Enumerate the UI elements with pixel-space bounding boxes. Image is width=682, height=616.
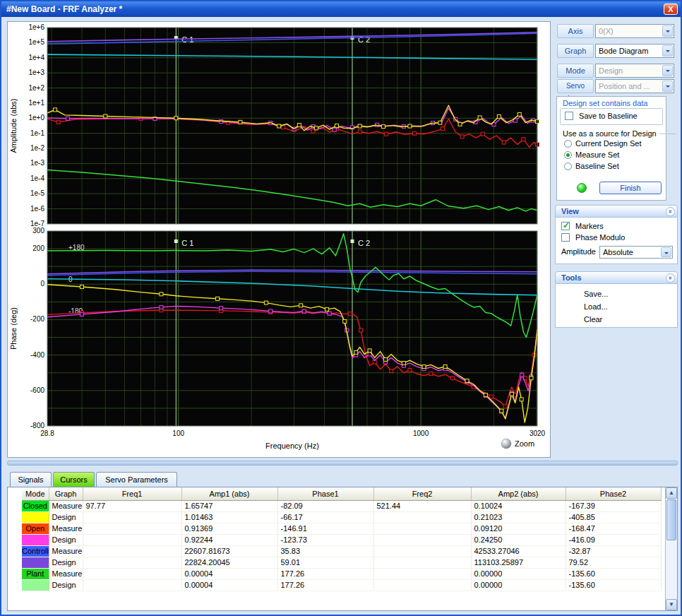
cell-graph: Measure bbox=[49, 500, 83, 511]
cell-freq2 bbox=[373, 545, 471, 557]
column-header-freq1[interactable]: Freq1 bbox=[83, 487, 181, 500]
cell-mode: Closed bbox=[22, 500, 49, 511]
scroll-down-button[interactable]: ▼ bbox=[666, 599, 677, 610]
series-marker bbox=[264, 301, 268, 304]
cell-graph: Design bbox=[49, 557, 83, 568]
table-row[interactable]: PlantMeasure0.00004177.260.00000-135.60 bbox=[22, 568, 661, 579]
radio-baseline-set[interactable]: Baseline Set bbox=[564, 162, 642, 173]
tool-clear-button[interactable]: Clear bbox=[556, 313, 677, 326]
series-marker bbox=[489, 395, 493, 398]
column-header-phase1[interactable]: Phase1 bbox=[277, 487, 373, 500]
mode-combo-value: Design bbox=[599, 66, 623, 75]
graph-combo[interactable]: Bode Diagram bbox=[595, 44, 674, 58]
series-marker bbox=[481, 132, 484, 136]
save-to-baseline-checkbox[interactable] bbox=[565, 112, 573, 120]
tool-load-button[interactable]: Load... bbox=[556, 300, 677, 313]
cell-phase2: -32.87 bbox=[566, 545, 661, 557]
radio-current-design-set[interactable]: Current Design Set bbox=[564, 139, 642, 150]
finish-button[interactable]: Finish bbox=[599, 182, 662, 194]
table-row[interactable]: ClosedMeasure97.771.65747-82.09521.440.1… bbox=[22, 500, 661, 511]
series-marker bbox=[328, 312, 331, 315]
cell-amp1: 0.92244 bbox=[181, 534, 277, 545]
table-row[interactable]: Design1.01463-66.170.21023-405.85 bbox=[22, 511, 661, 523]
chevron-down-icon[interactable] bbox=[662, 65, 673, 76]
table-row[interactable]: Design0.00004177.260.00000-135.60 bbox=[22, 579, 661, 591]
zoom-control[interactable] bbox=[501, 439, 511, 449]
markers-row[interactable]: Markers bbox=[561, 222, 604, 230]
column-header-mode[interactable]: Mode bbox=[22, 487, 49, 500]
vertical-scrollbar[interactable]: ▲ ▼ bbox=[665, 487, 677, 610]
phase-axis-label: Phase (deg) bbox=[9, 307, 18, 350]
collapse-chevron-icon[interactable]: « bbox=[666, 207, 675, 216]
tab-signals[interactable]: Signals bbox=[10, 472, 52, 487]
column-header-amp2-abs-[interactable]: Amp2 (abs) bbox=[471, 487, 566, 500]
cell-freq2 bbox=[373, 523, 471, 534]
radio-measure-set[interactable]: Measure Set bbox=[564, 150, 642, 162]
amplitude-tick-label: 1e-4 bbox=[30, 174, 44, 182]
phase-modulo-checkbox[interactable] bbox=[561, 233, 570, 242]
table-row[interactable]: Design22824.2004559.01113103.2589779.52 bbox=[22, 557, 661, 568]
cell-freq1 bbox=[83, 545, 181, 557]
cell-phase2: -167.39 bbox=[566, 500, 661, 511]
column-header-freq2[interactable]: Freq2 bbox=[373, 487, 471, 500]
cell-amp1: 22607.81673 bbox=[181, 545, 277, 557]
tab-cursors[interactable]: Cursors bbox=[53, 472, 95, 487]
chevron-down-icon[interactable] bbox=[662, 45, 673, 57]
radio-icon[interactable] bbox=[564, 140, 572, 148]
radio-label: Baseline Set bbox=[575, 162, 619, 170]
scroll-up-button[interactable]: ▲ bbox=[666, 487, 677, 499]
radio-icon[interactable] bbox=[564, 162, 572, 170]
cursor-handle[interactable] bbox=[351, 239, 354, 243]
bode-plot[interactable]: +1800-180C 1C 1C 2C 21e+61e+51e+41e+31e+… bbox=[8, 22, 550, 456]
close-button[interactable]: X bbox=[664, 4, 678, 15]
column-header-graph[interactable]: Graph bbox=[49, 487, 83, 500]
cell-graph: Design bbox=[49, 534, 83, 545]
cursor-handle[interactable] bbox=[174, 239, 178, 243]
collapse-chevron-icon[interactable]: « bbox=[666, 273, 675, 283]
series-marker bbox=[216, 297, 220, 300]
phase-modulo-row[interactable]: Phase Modulo bbox=[561, 233, 625, 242]
markers-checkbox[interactable] bbox=[561, 222, 570, 230]
phase-tick-label: 0 bbox=[40, 280, 44, 288]
source-group-title: Use as a source for Design bbox=[563, 129, 676, 138]
table-row[interactable]: ControllerMeasure22607.8167335.8342533.2… bbox=[22, 545, 661, 557]
column-header-phase2[interactable]: Phase2 bbox=[566, 487, 661, 500]
title-bar: #New Board - FRF Analyzer * X bbox=[1, 1, 681, 17]
series-marker bbox=[160, 292, 163, 296]
servo-loop-combo-value: Position and ... bbox=[599, 82, 650, 90]
series-marker bbox=[503, 405, 507, 408]
series-marker bbox=[443, 365, 447, 368]
tool-save-button[interactable]: Save... bbox=[556, 288, 677, 300]
chevron-down-icon[interactable] bbox=[662, 81, 673, 92]
cell-phase2: -135.60 bbox=[566, 568, 661, 579]
plot-background bbox=[47, 231, 537, 426]
amplitude-mode-combo[interactable]: Absolute bbox=[599, 246, 673, 259]
scroll-thumb[interactable] bbox=[666, 499, 676, 540]
cell-amp2: 0.24250 bbox=[471, 534, 566, 545]
save-to-baseline-row[interactable]: Save to Baseline bbox=[565, 112, 638, 120]
series-marker bbox=[502, 141, 505, 144]
horizontal-splitter[interactable] bbox=[7, 461, 678, 466]
amplitude-tick-label: 1e-2 bbox=[30, 144, 44, 152]
axis-combo[interactable]: 0(X) bbox=[595, 24, 674, 38]
cell-amp2: 0.09120 bbox=[471, 523, 566, 534]
column-header-amp1-abs-[interactable]: Amp1 (abs) bbox=[181, 487, 277, 500]
cell-graph: Design bbox=[49, 511, 83, 523]
radio-icon[interactable] bbox=[564, 151, 572, 159]
cell-freq1 bbox=[83, 568, 181, 579]
cell-amp2: 0.00000 bbox=[471, 579, 566, 591]
cell-phase1: 177.26 bbox=[277, 579, 373, 591]
cell-freq2 bbox=[373, 511, 471, 523]
tab-servo-parameters[interactable]: Servo Parameters bbox=[96, 472, 177, 487]
chevron-down-icon[interactable] bbox=[661, 247, 671, 257]
tools-section-header[interactable]: Tools « bbox=[555, 271, 678, 284]
cell-phase1: 177.26 bbox=[277, 568, 373, 579]
chevron-down-icon[interactable] bbox=[662, 25, 673, 37]
servo-loop-combo[interactable]: Position and ... bbox=[595, 79, 674, 93]
tools-section-title: Tools bbox=[561, 273, 582, 282]
series-marker bbox=[390, 369, 393, 373]
table-row[interactable]: Design0.92244-123.730.24250-416.09 bbox=[22, 534, 661, 545]
table-row[interactable]: OpenMeasure0.91369-146.910.09120-168.47 bbox=[22, 523, 661, 534]
mode-combo[interactable]: Design bbox=[595, 64, 674, 78]
view-section-header[interactable]: View « bbox=[555, 205, 678, 218]
